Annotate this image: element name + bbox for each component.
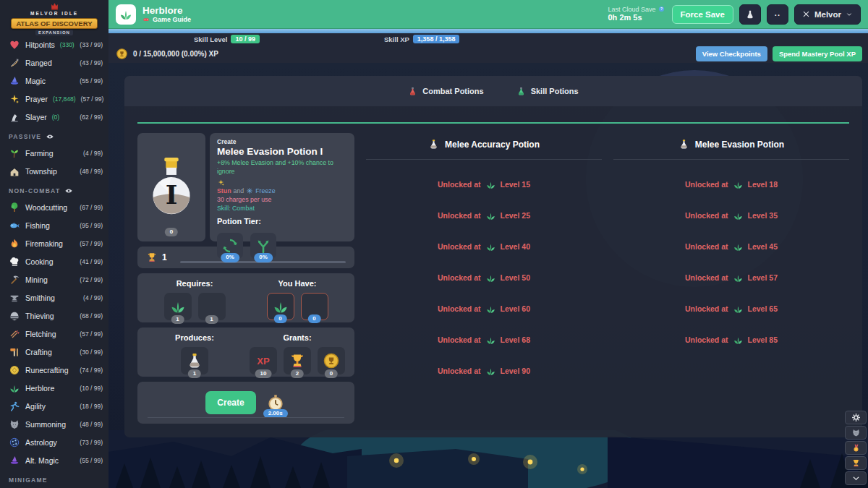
skill-extra-value: (330): [60, 41, 75, 48]
cloud-save-timer: 0h 2m 5s: [608, 13, 665, 22]
skill-level: (30 / 99): [80, 348, 103, 356]
character-select-button[interactable]: Melvor: [794, 4, 861, 25]
potion-category-tab[interactable]: Skill Potions: [516, 87, 579, 96]
sidebar-skill-item[interactable]: Magic (55 / 99): [0, 72, 109, 90]
sidebar-skill-item[interactable]: Crafting (30 / 99): [0, 343, 109, 361]
view-checkpoints-button[interactable]: View Checkpoints: [696, 46, 767, 61]
sidebar-skill-item[interactable]: Farming (4 / 99): [0, 144, 109, 162]
eye-icon[interactable]: [52, 476, 61, 484]
owned-item[interactable]: 0: [267, 293, 294, 320]
skill-level: (55 / 99): [80, 77, 103, 85]
required-item[interactable]: 1: [164, 293, 192, 320]
skill-level: (95 / 99): [80, 222, 103, 229]
potion-category-tab[interactable]: Combat Potions: [408, 87, 483, 96]
skill-icon: [9, 220, 20, 231]
sidebar-skill-item[interactable]: Firemaking (57 / 99): [0, 234, 109, 252]
requirements-card: Requires: 1 1: [137, 273, 354, 322]
sidebar-skill-item[interactable]: Agility (18 / 99): [0, 397, 109, 415]
herb-icon: [733, 210, 744, 221]
sidebar-skill-item[interactable]: Herblore (10 / 99): [0, 379, 109, 397]
unlock-level: Level 45: [748, 242, 778, 251]
corner-button[interactable]: [845, 471, 867, 485]
page-title: Herblore: [142, 5, 191, 17]
melvor-idle-app: MELVOR IDLE ATLAS OF DISCOVERY EXPANSION: [0, 0, 868, 488]
owned-quantity-badge: 0: [165, 228, 178, 236]
snowflake-icon: [246, 187, 253, 194]
skill-level-group: Skill Level 10 / 99: [194, 35, 260, 43]
sidebar-skill-item[interactable]: Thieving (68 / 99): [0, 307, 109, 325]
sidebar-skill-item[interactable]: Slayer (0) (62 / 99): [0, 108, 109, 126]
sidebar-section-header: MINIGAME: [0, 469, 109, 487]
potion-tier-icons: [268, 216, 336, 227]
potion-name: Melee Evasion Potion I: [217, 146, 347, 157]
sidebar-skill-item[interactable]: Fletching (57 / 99): [0, 325, 109, 343]
herb-icon: [485, 210, 496, 221]
sidebar-skill-item[interactable]: Summoning (48 / 99): [0, 415, 109, 433]
herblore-skill-icon: [116, 4, 136, 25]
question-icon[interactable]: ?: [658, 6, 665, 12]
sidebar-section: Hitpoints (330) (33 / 99) Ranged (43 / 9…: [0, 35, 109, 126]
create-label: Create: [217, 138, 347, 145]
requires-label: Requires:: [143, 279, 246, 288]
sidebar-skill-item[interactable]: Alt. Magic (55 / 99): [0, 451, 109, 469]
skill-icon: [9, 419, 20, 430]
skill-icon: [9, 202, 20, 213]
corner-button[interactable]: [845, 426, 867, 440]
svg-text:?: ?: [660, 8, 663, 12]
owned-qty-badge: 0: [273, 314, 286, 323]
eye-icon[interactable]: [64, 187, 73, 195]
tier-flask-icon[interactable]: [268, 216, 279, 227]
create-button[interactable]: Create: [205, 391, 255, 414]
sidebar-skill-item[interactable]: Mining (72 / 99): [0, 270, 109, 288]
skill-level: (57 / 99): [80, 330, 103, 338]
required-qty-badge: 1: [171, 315, 184, 324]
corner-button[interactable]: [845, 456, 867, 470]
skill-label: Woodcutting: [25, 203, 67, 212]
sidebar-skill-item[interactable]: Fishing (95 / 99): [0, 216, 109, 234]
unlock-level: Level 40: [501, 242, 530, 251]
potion-unlock-column: Melee Accuracy Potion Unlocked at Level …: [366, 133, 602, 429]
sidebar-skill-item[interactable]: Smithing (4 / 99): [0, 288, 109, 307]
corner-button[interactable]: [845, 441, 867, 455]
game-logo[interactable]: MELVOR IDLE ATLAS OF DISCOVERY EXPANSION: [0, 0, 109, 35]
sidebar-skill-item[interactable]: Prayer (17,848) (57 / 99): [0, 90, 109, 108]
sidebar-skill-item[interactable]: Woodcutting (67 / 99): [0, 198, 109, 216]
sidebar-skill-item[interactable]: Township (48 / 99): [0, 162, 109, 180]
potion-unlock-column: Melee Evasion Potion Unlocked at Level 1…: [613, 133, 849, 429]
potion-tier-label: Potion Tier:: [217, 217, 261, 226]
unlock-row: Unlocked at Level 25: [366, 210, 602, 221]
tier-flask-icon[interactable]: [287, 216, 298, 227]
sidebar-skill-item[interactable]: Cooking (41 / 99): [0, 252, 109, 270]
owned-item[interactable]: 0: [301, 293, 328, 320]
character-flask-button[interactable]: [739, 4, 761, 25]
skill-label: Fletching: [25, 330, 56, 338]
grant-qty-badge: 2: [291, 369, 304, 378]
tier-flask-icon[interactable]: [306, 216, 317, 227]
herb-icon: [733, 335, 744, 346]
grant-icon: XP: [255, 352, 272, 369]
unlock-row: Unlocked at Level 45: [613, 241, 849, 252]
skill-nav: Hitpoints (330) (33 / 99) Ranged (43 / 9…: [0, 35, 109, 487]
skill-label: Smithing: [25, 294, 55, 302]
grant-icon: [289, 352, 306, 369]
tier-flask-icon[interactable]: [325, 216, 336, 227]
flask-icon: [516, 87, 526, 96]
skill-label: Crafting: [25, 348, 52, 356]
skill-level: (62 / 99): [80, 114, 103, 121]
spend-mastery-pool-button[interactable]: Spend Mastery Pool XP: [773, 46, 862, 61]
sidebar-skill-item[interactable]: Runecrafting (74 / 99): [0, 361, 109, 379]
required-item[interactable]: 1: [198, 293, 226, 320]
crown-icon: [50, 1, 59, 11]
eye-icon[interactable]: [46, 132, 54, 141]
sidebar-skill-item[interactable]: Hitpoints (330) (33 / 99): [0, 35, 109, 53]
produced-item[interactable]: 1: [181, 347, 208, 374]
corner-button-icon: [851, 458, 861, 468]
herb-icon: [485, 366, 496, 377]
more-options-button[interactable]: ..: [767, 4, 788, 25]
game-guide-link[interactable]: Game Guide: [142, 16, 191, 23]
sidebar-skill-item[interactable]: Ranged (43 / 99): [0, 53, 109, 72]
corner-button[interactable]: [845, 411, 867, 424]
sidebar-skill-item[interactable]: Astrology (73 / 99): [0, 433, 109, 451]
force-save-button[interactable]: Force Save: [672, 5, 733, 24]
potion-effect: +8% Melee Evasion and +10% chance to ign…: [217, 158, 347, 176]
